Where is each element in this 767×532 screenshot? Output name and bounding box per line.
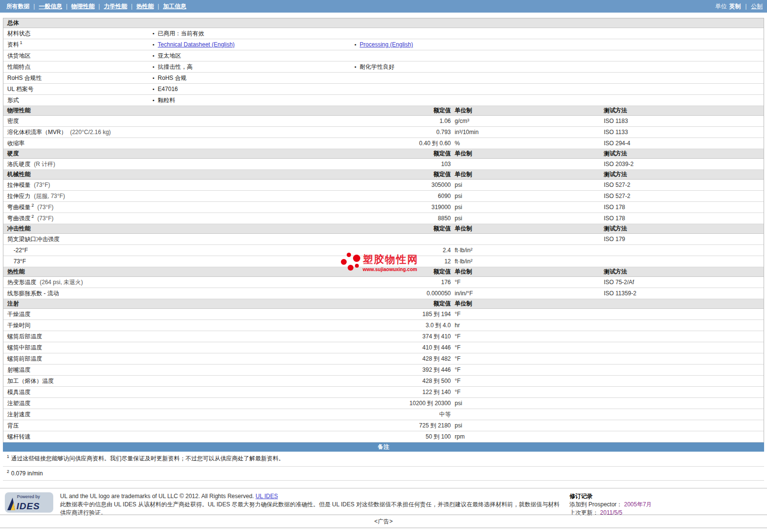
row-value: 中等 [309,410,451,419]
row-unit: ft·lb/in² [451,247,602,254]
row-value: 305000 [309,182,451,188]
section-header: 机械性能额定值单位制测试方法 [3,170,764,180]
row-test-method: ISO 294-4 [602,140,764,147]
column-header-test: 测试方法 [602,106,764,115]
bullet-text: 颗粒料 [158,97,175,104]
row-label: 简支梁缺口冲击强度 [3,235,309,243]
nav-item-5[interactable]: 热性能 [137,2,154,11]
table-row: 收缩率0.40 到 0.60%ISO 294-4 [3,138,764,149]
footnotes: 1通过这些链接您能够访问供应商资料。我们尽量保证及时更新资料；不过您可以从供应商… [3,452,764,481]
column-header-unit: 单位制 [451,268,602,276]
row-unit: hr [451,322,602,329]
row-value: 50 到 100 [309,433,451,441]
section-title: 机械性能 [3,170,309,179]
unit-metric-link[interactable]: 公制 [751,2,763,11]
row-label: 背压 [3,422,309,430]
row-label: 密度 [3,117,309,125]
doc-link[interactable]: Technical Datasheet (English) [158,41,235,48]
ides-brand: IDES [16,501,40,512]
table-row: 螺筒后部温度374 到 410°F [3,331,764,342]
row-value: 428 到 500 [309,377,451,385]
nav-separator: | [131,3,132,10]
nav-links: 所有数据|一般信息|物理性能|力学性能|热性能|加工信息 [4,2,188,11]
row-test-method: ISO 178 [602,204,764,211]
row-unit: °F [451,333,602,340]
section-header: 硬度额定值单位制测试方法 [3,149,764,159]
row-unit: psi [451,193,602,199]
row-label: 供货地区 [3,52,153,60]
row-label: -22°F [3,247,309,254]
row-unit: % [451,140,602,147]
ul-ides-link[interactable]: UL IDES [256,493,278,500]
revision-title: 修订记录 [569,492,652,501]
revision-added-label: 添加到 Prospector： [569,501,622,508]
table-row: 射嘴温度392 到 446°F [3,365,764,376]
row-label: 洛氏硬度(R 计秤) [3,160,309,168]
row-label: 线形膨胀系数 - 流动 [3,289,309,298]
row-value: 410 到 446 [309,344,451,352]
section-title: 物理性能 [3,106,309,115]
table-row: 螺筒中部温度410 到 446°F [3,342,764,353]
row-test-method: ISO 527-2 [602,182,764,188]
section-title: 冲击性能 [3,225,309,233]
row-unit: °F [451,311,602,318]
row-value: 122 到 140 [309,388,451,396]
ad-placeholder: <广告> [0,515,767,528]
row-test-method: ISO 179 [602,236,764,243]
row-unit: ft·lb/in² [451,258,602,265]
footer-line1: UL and the UL logo are trademarks of UL … [60,493,254,500]
row-test-method: ISO 1133 [602,129,764,136]
row-unit: °F [451,366,602,373]
row-value: 12 [309,258,451,265]
bullet-cell: •抗撞击性，高 [153,63,354,71]
row-label: 材料状态 [3,30,153,38]
notes-bar: 备注 [3,442,764,452]
bullet-text: RoHS 合规 [158,75,186,81]
table-row: 资料1•Technical Datasheet (English)•Proces… [3,39,764,50]
bullet-text: 抗撞击性，高 [158,63,193,70]
doc-link[interactable]: Processing (English) [360,41,413,48]
row-label: 性能特点 [3,63,153,71]
table-row: 性能特点•抗撞击性，高•耐化学性良好 [3,61,764,73]
row-unit: °F [451,378,602,384]
table-row: 加工（熔体）温度428 到 500°F [3,376,764,387]
nav-item-6[interactable]: 加工信息 [163,2,186,11]
row-value: 392 到 446 [309,366,451,374]
section-title: 总体 [3,19,309,27]
datasheet-table: 总体材料状态•已商用：当前有效资料1•Technical Datasheet (… [3,18,764,442]
nav-item-2[interactable]: 一般信息 [39,2,62,11]
row-label: 干燥时间 [3,321,309,330]
unit-switcher: 单位 英制 | 公制 [715,2,763,11]
ides-logo: Powered by IDES [5,492,53,513]
nav-item-4[interactable]: 力学性能 [104,2,127,11]
unit-imperial: 英制 [729,2,741,11]
bullet-cell: •耐化学性良好 [354,63,764,71]
row-label: 模具温度 [3,388,309,396]
section-header: 热性能额定值单位制测试方法 [3,267,764,277]
row-unit: °F [451,389,602,395]
column-header-test: 测试方法 [602,150,764,158]
bullet-cell: •Processing (English) [354,41,764,48]
table-row: 弯曲模量2(73°F)319000psiISO 178 [3,202,764,213]
row-unit: psi [451,422,602,429]
row-test-method: ISO 527-2 [602,193,764,199]
table-row: 干燥时间3.0 到 4.0hr [3,320,764,331]
row-label: 弯曲模量2(73°F) [3,203,309,212]
column-header-value: 额定值 [309,300,451,308]
nav-item-3[interactable]: 物理性能 [71,2,94,11]
row-label: 螺杆转速 [3,433,309,441]
column-header-unit: 单位制 [451,150,602,158]
table-row: 模具温度122 到 140°F [3,387,764,398]
row-label: 拉伸模量(73°F) [3,181,309,189]
row-label: 螺筒前部温度 [3,355,309,363]
row-unit: g/cm³ [451,118,602,124]
bullet-text: E47016 [158,86,178,92]
row-label: 形式 [3,96,153,105]
bullet-text: 已商用：当前有效 [158,30,204,37]
table-row: 干燥温度185 到 194°F [3,309,764,320]
row-value: 2.4 [309,247,451,254]
section-title: 硬度 [3,150,309,158]
row-value: 319000 [309,204,451,211]
table-row: 溶化体积流率（MVR）(220°C/2.16 kg)0.793in³/10min… [3,127,764,138]
row-unit: psi [451,215,602,222]
